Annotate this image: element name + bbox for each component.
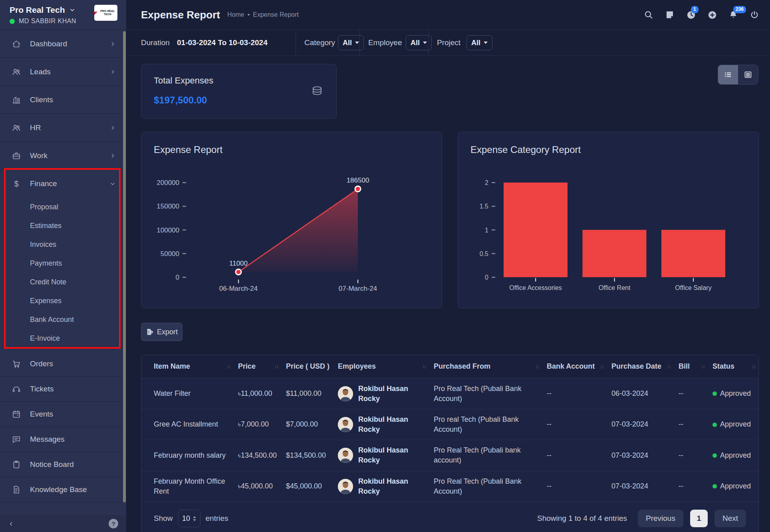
sidebar-item-dashboard[interactable]: Dashboard xyxy=(0,30,126,58)
sidebar-item-knowledge-base[interactable]: Knowledge Base xyxy=(0,477,126,502)
employee-name[interactable]: Rokibul Hasan Rocky xyxy=(358,384,426,404)
col-purchase-date[interactable]: Purchase Date↑↓ xyxy=(607,355,675,378)
svg-text:186500: 186500 xyxy=(347,177,369,184)
help-icon[interactable]: ? xyxy=(109,519,118,528)
table-view-button[interactable] xyxy=(738,65,758,84)
sidebar-item-bank-account[interactable]: Bank Account xyxy=(0,310,126,329)
note-icon[interactable] xyxy=(665,10,675,20)
sort-icon[interactable]: ↑↓ xyxy=(600,363,603,369)
logo-mark-icon: ◤ xyxy=(94,11,97,15)
price-cell: ৳45,000.00 xyxy=(234,471,282,502)
sidebar-item-payments[interactable]: Payments xyxy=(0,254,126,273)
category-label: Category xyxy=(304,38,335,47)
power-icon[interactable] xyxy=(749,10,760,20)
caret-down-icon xyxy=(355,42,359,44)
search-icon[interactable] xyxy=(643,10,654,20)
svg-text:0: 0 xyxy=(485,274,488,281)
sidebar-item-tickets[interactable]: Tickets xyxy=(0,377,126,402)
entries-label: entries xyxy=(206,514,228,523)
table-row[interactable]: February Month Office Rent ৳45,000.00 $4… xyxy=(141,471,759,502)
collapse-sidebar-icon[interactable]: ‹ xyxy=(10,519,12,528)
sidebar-item-notice-board[interactable]: Notice Board xyxy=(0,452,126,477)
sort-icon[interactable]: ↑↓ xyxy=(422,363,426,369)
price-cell: ৳134,500.00 xyxy=(234,440,282,471)
sidebar-item-finance[interactable]: $ Finance xyxy=(0,170,126,198)
export-button[interactable]: Export xyxy=(141,323,183,341)
sort-icon[interactable]: ↑↓ xyxy=(701,363,705,369)
bill-cell: -- xyxy=(675,409,708,440)
bank-account-cell: -- xyxy=(543,378,607,409)
project-select[interactable]: All xyxy=(466,35,492,50)
sidebar-item-messages[interactable]: Messages xyxy=(0,427,126,452)
table-header-row: Item Name↑↓ Price↑↓ Price ( USD ) Employ… xyxy=(141,355,759,378)
chevron-right-icon xyxy=(109,153,116,159)
sidebar-scrollbar[interactable] xyxy=(123,31,126,502)
topbar-icons: 1 236 xyxy=(643,10,770,20)
sort-icon[interactable]: ↑↓ xyxy=(535,363,539,369)
status-badge: Approved xyxy=(720,419,751,429)
sort-icon[interactable]: ↑↓ xyxy=(752,363,755,369)
sidebar-item-hr[interactable]: HR xyxy=(0,114,126,142)
sidebar-item-credit-note[interactable]: Credit Note xyxy=(0,273,126,292)
time-log-icon[interactable]: 1 xyxy=(686,10,696,20)
purchased-from-cell: Pro real Tech (Pubali Bank Account) xyxy=(430,409,543,440)
chevron-down-icon xyxy=(109,181,116,187)
table-row[interactable]: February month salary ৳134,500.00 $134,5… xyxy=(141,440,759,471)
sidebar-item-proposal[interactable]: Proposal xyxy=(0,198,126,216)
next-page-button[interactable]: Next xyxy=(714,510,746,527)
col-status[interactable]: Status↑↓ xyxy=(708,355,759,378)
add-icon[interactable] xyxy=(707,10,717,20)
sidebar-item-orders[interactable]: Orders xyxy=(0,351,126,377)
table-row[interactable]: Gree AC Installment ৳7,000.00 $7,000.00 … xyxy=(141,409,759,440)
sidebar-item-expenses[interactable]: Expenses xyxy=(0,292,126,310)
page-size-select[interactable]: 10 xyxy=(178,510,200,527)
current-page-button[interactable]: 1 xyxy=(690,510,708,527)
col-purchased-from[interactable]: Purchased From↑↓ xyxy=(430,355,543,378)
sidebar-item-events[interactable]: Events xyxy=(0,402,126,427)
chevron-right-icon xyxy=(109,69,116,75)
notifications-bell-icon[interactable]: 236 xyxy=(728,10,738,20)
table-row[interactable]: Water Filter ৳11,000.00 $11,000.00 Rokib… xyxy=(141,378,759,409)
sidebar-item-e-invoice[interactable]: E-Invoice xyxy=(0,329,126,348)
sort-icon[interactable]: ↑↓ xyxy=(274,363,278,369)
col-price[interactable]: Price↑↓ xyxy=(234,355,282,378)
col-bank-account[interactable]: Bank Account↑↓ xyxy=(543,355,607,378)
employee-name[interactable]: Rokibul Hasan Rocky xyxy=(358,476,426,496)
breadcrumb-home[interactable]: Home xyxy=(227,11,244,18)
company-logo[interactable]: ◤ PRO REAL TECH xyxy=(94,5,117,21)
col-bill[interactable]: Bill↑↓ xyxy=(675,355,708,378)
chevron-right-icon xyxy=(109,125,116,131)
sidebar-item-estimates[interactable]: Estimates xyxy=(0,216,126,235)
sort-icon[interactable]: ↑↓ xyxy=(226,363,230,369)
status-badge: Approved xyxy=(720,481,751,491)
svg-text:0: 0 xyxy=(176,274,179,281)
employees-cell: Rokibul Hasan Rocky xyxy=(334,409,430,440)
chat-icon xyxy=(11,434,22,445)
dollar-icon: $ xyxy=(11,179,22,189)
svg-text:Office Accessories: Office Accessories xyxy=(509,284,562,291)
sidebar-item-work[interactable]: Work xyxy=(0,142,126,170)
item-name-cell: February Month Office Rent xyxy=(141,471,234,502)
employee-name[interactable]: Rokibul Hasan Rocky xyxy=(358,445,426,465)
export-icon xyxy=(146,328,154,336)
sidebar-item-leads[interactable]: Leads xyxy=(0,58,126,86)
sidebar-item-invoices[interactable]: Invoices xyxy=(0,235,126,254)
col-item-name[interactable]: Item Name↑↓ xyxy=(141,355,234,378)
sidebar-item-clients[interactable]: Clients xyxy=(0,86,126,114)
category-select[interactable]: All xyxy=(338,35,364,50)
svg-text:06-March-24: 06-March-24 xyxy=(219,285,258,292)
col-employees[interactable]: Employees↑↓ xyxy=(334,355,430,378)
duration-value[interactable]: 01-03-2024 To 10-03-2024 xyxy=(177,38,268,47)
purchased-from-cell: Pro Real Tech (Pubali bank account) xyxy=(430,440,543,471)
home-icon xyxy=(11,39,22,49)
sort-icon[interactable]: ↑↓ xyxy=(667,363,671,369)
filter-divider xyxy=(296,30,296,56)
previous-page-button[interactable]: Previous xyxy=(638,510,683,527)
list-view-button[interactable] xyxy=(718,65,738,84)
view-toggle xyxy=(718,65,758,85)
table-footer: Show 10 entries Showing 1 to 4 of 4 entr… xyxy=(141,502,758,532)
item-name-cell: Gree AC Installment xyxy=(141,409,234,440)
employee-name[interactable]: Rokibul Hasan Rocky xyxy=(358,415,426,435)
svg-text:50000: 50000 xyxy=(161,250,179,258)
col-price-usd[interactable]: Price ( USD ) xyxy=(282,355,334,378)
